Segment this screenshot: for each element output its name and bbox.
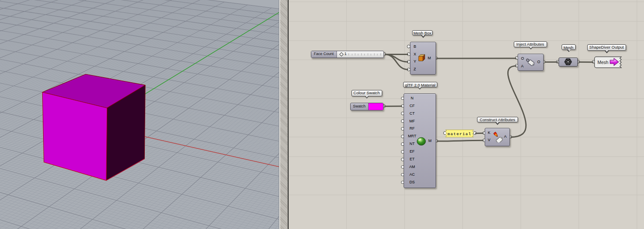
svg-text:material: material bbox=[448, 132, 471, 136]
svg-text:Mesh: Mesh bbox=[597, 60, 609, 65]
